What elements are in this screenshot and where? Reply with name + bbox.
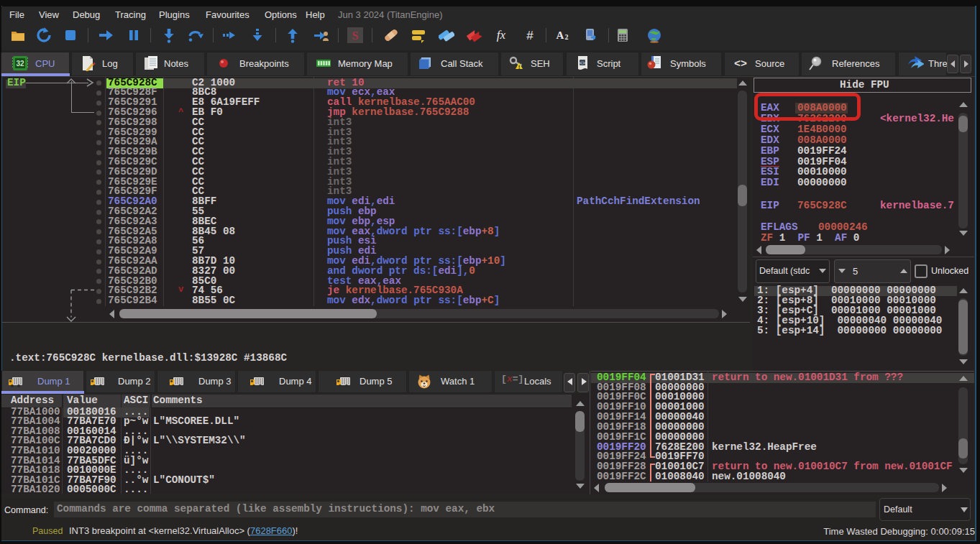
svg-text:A: A	[557, 29, 564, 41]
svg-text:<>: <>	[580, 60, 585, 66]
svg-text:32: 32	[16, 60, 24, 68]
svg-text:S: S	[352, 29, 359, 42]
svg-text:fx: fx	[497, 28, 506, 42]
svg-text:2: 2	[565, 33, 569, 41]
svg-text:#: #	[526, 29, 533, 42]
svg-text:<>: <>	[734, 58, 747, 70]
svg-text:!: !	[518, 64, 521, 70]
